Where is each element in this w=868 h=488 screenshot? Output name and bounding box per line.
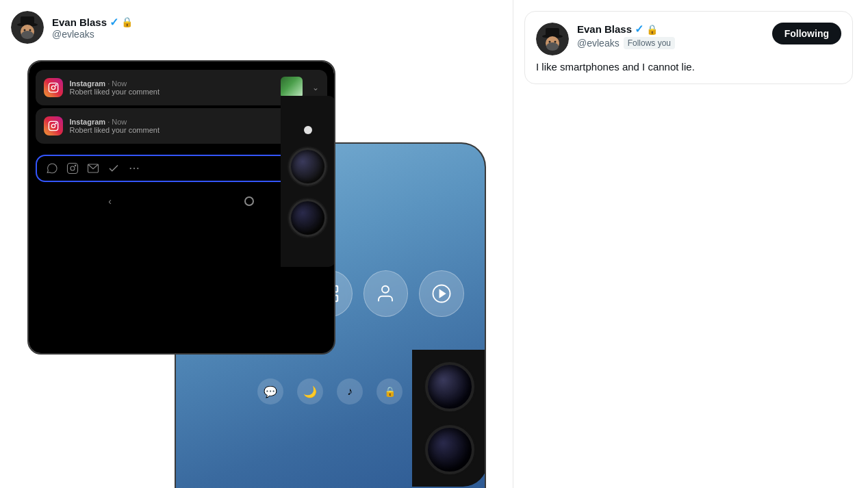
back-nav-icon: ‹ xyxy=(108,196,112,207)
svg-rect-24 xyxy=(67,164,77,174)
instagram-icon-2 xyxy=(44,116,63,136)
large-camera-lens-1 xyxy=(425,362,474,411)
more-dots-icon xyxy=(127,162,141,175)
profile-bio: I like smartphones and I cannot lie. xyxy=(536,61,841,73)
svg-point-19 xyxy=(51,86,55,89)
follows-you-badge: Follows you xyxy=(624,37,675,49)
svg-point-6 xyxy=(29,29,31,31)
svg-point-29 xyxy=(133,168,134,169)
large-phone-cameras xyxy=(412,350,486,487)
notif-text-2: Robert liked your comment xyxy=(70,126,274,134)
svg-point-4 xyxy=(21,31,34,39)
svg-point-23 xyxy=(55,123,56,124)
profile-verified-icon: ✓ xyxy=(635,23,643,36)
profile-card: Evan Blass ✓ 🔒 @evleaks Follows you Foll… xyxy=(524,11,853,84)
svg-point-35 xyxy=(546,42,559,51)
phone-scene: 💬 🌙 ♪ 🔒 xyxy=(17,60,496,444)
small-phone-cameras xyxy=(281,96,335,267)
bottom-lock-icon: 🔒 xyxy=(376,378,403,404)
author-handle: @evleaks xyxy=(52,29,133,40)
svg-marker-17 xyxy=(439,290,445,297)
instagram-small-icon xyxy=(66,162,79,175)
instagram-icon-1 xyxy=(44,78,63,97)
profile-info: Evan Blass ✓ 🔒 @evleaks Follows you xyxy=(577,23,764,49)
svg-point-26 xyxy=(75,165,76,166)
mail-icon xyxy=(86,162,100,175)
svg-point-30 xyxy=(137,168,138,169)
svg-point-22 xyxy=(51,124,55,127)
bottom-tiktok-icon: ♪ xyxy=(337,378,363,404)
svg-point-20 xyxy=(55,85,56,86)
notif-text-1: Robert liked your comment xyxy=(70,88,274,96)
notif-app-name-2: Instagram · Now xyxy=(70,118,274,126)
svg-rect-33 xyxy=(546,28,559,36)
notif-time-2: · Now xyxy=(107,118,127,126)
profile-name: Evan Blass xyxy=(577,23,632,35)
profile-lock-icon: 🔒 xyxy=(646,24,658,35)
verified-icon: ✓ xyxy=(110,16,118,29)
profile-card-header: Evan Blass ✓ 🔒 @evleaks Follows you Foll… xyxy=(536,23,841,55)
notif-time-1: · Now xyxy=(107,79,127,88)
svg-point-36 xyxy=(549,41,551,43)
svg-point-28 xyxy=(129,168,131,169)
home-nav-icon xyxy=(244,196,254,206)
tweet-header: Evan Blass ✓ 🔒 @evleaks xyxy=(11,11,502,44)
dock-play-icon xyxy=(419,270,463,317)
svg-point-37 xyxy=(554,41,557,43)
small-phone: Instagram · Now Robert liked your commen… xyxy=(27,60,335,355)
author-avatar[interactable] xyxy=(11,11,44,44)
camera-white-dot xyxy=(304,126,312,134)
profile-handle: @evleaks xyxy=(577,38,620,49)
svg-rect-21 xyxy=(49,121,58,130)
left-panel: Evan Blass ✓ 🔒 @evleaks xyxy=(0,0,513,488)
whatsapp-icon xyxy=(45,162,59,175)
dock-person-icon xyxy=(363,270,408,317)
author-name: Evan Blass xyxy=(52,16,107,28)
svg-point-5 xyxy=(24,29,26,31)
camera-lens-1 xyxy=(289,148,327,185)
bottom-moon-icon: 🌙 xyxy=(297,378,323,404)
svg-rect-2 xyxy=(21,16,34,25)
profile-avatar[interactable] xyxy=(536,23,569,55)
app-icons-row xyxy=(45,162,318,175)
author-name-row: Evan Blass ✓ 🔒 xyxy=(52,16,133,29)
phone-image-container: 💬 🌙 ♪ 🔒 xyxy=(11,55,502,449)
large-camera-lens-2 xyxy=(425,425,474,474)
svg-rect-18 xyxy=(49,83,58,92)
following-button[interactable]: Following xyxy=(772,23,841,44)
right-panel: Evan Blass ✓ 🔒 @evleaks Follows you Foll… xyxy=(513,0,868,488)
notif-chevron-1: ⌄ xyxy=(312,83,319,92)
notif-app-name-1: Instagram · Now xyxy=(70,79,274,88)
camera-lens-2 xyxy=(289,199,327,237)
svg-point-25 xyxy=(71,166,75,170)
lock-icon: 🔒 xyxy=(121,16,133,27)
profile-handle-row: @evleaks Follows you xyxy=(577,37,764,49)
bottom-message-icon: 💬 xyxy=(257,378,283,404)
svg-point-15 xyxy=(382,286,389,293)
notification-content-2: Instagram · Now Robert liked your commen… xyxy=(70,118,274,134)
author-info: Evan Blass ✓ 🔒 @evleaks xyxy=(52,16,133,40)
profile-name-row: Evan Blass ✓ 🔒 xyxy=(577,23,764,36)
notification-content-1: Instagram · Now Robert liked your commen… xyxy=(70,79,274,96)
check-icon xyxy=(107,162,120,175)
